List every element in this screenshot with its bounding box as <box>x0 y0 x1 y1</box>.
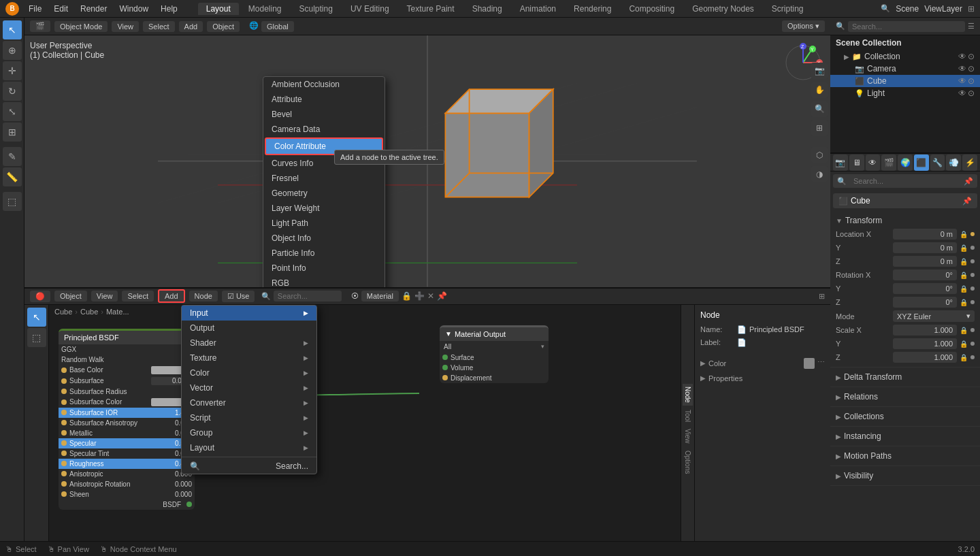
scale-y-value[interactable]: 1.000 <box>893 338 957 349</box>
menu-window[interactable]: Window <box>114 3 154 15</box>
menu-item-particle-info[interactable]: Particle Info <box>263 246 385 261</box>
submenu-output[interactable]: Output <box>182 321 316 336</box>
submenu-search[interactable]: 🔍Search... <box>182 459 316 474</box>
global-btn[interactable]: Global <box>261 21 294 32</box>
submenu-shader[interactable]: Shader <box>182 336 316 350</box>
prop-icon-physics[interactable]: ⚡ <box>962 154 977 171</box>
material-btn[interactable]: Material <box>361 291 399 301</box>
location-z-value[interactable]: 0 m <box>893 256 957 267</box>
menu-help[interactable]: Help <box>155 3 183 15</box>
instancing-header[interactable]: ▶ Instancing <box>836 429 975 443</box>
outliner-camera[interactable]: 📷 Camera 👁 ⊙ <box>830 63 980 75</box>
tab-tool[interactable]: Tool <box>683 407 693 425</box>
visibility-header[interactable]: ▶ Visibility <box>836 469 975 483</box>
menu-item-rgb[interactable]: RGB <box>263 276 385 287</box>
tool-cursor[interactable]: ⊕ <box>3 41 22 60</box>
tool-annotate[interactable]: ✎ <box>3 147 22 166</box>
node-object-mode-btn[interactable]: Object <box>54 291 87 301</box>
prop-icon-scene[interactable]: 🎬 <box>881 154 896 171</box>
tool-box-select[interactable]: ⬚ <box>3 192 22 211</box>
submenu-color[interactable]: Color <box>182 365 316 380</box>
prop-icon-view[interactable]: 👁 <box>866 154 881 171</box>
tool-measure[interactable]: 📏 <box>3 167 22 186</box>
mode-value[interactable]: XYZ Euler ▾ <box>893 310 975 322</box>
menu-item-layer-weight[interactable]: Layer Weight <box>263 201 385 216</box>
node-tool-select[interactable]: ↖ <box>27 308 46 327</box>
submenu-layout[interactable]: Layout <box>182 440 316 455</box>
submenu-input[interactable]: Input ▶ <box>182 306 316 321</box>
view-btn[interactable]: View <box>112 21 139 32</box>
hand-icon[interactable]: ✋ <box>811 82 828 98</box>
props-search-input[interactable] <box>849 176 964 186</box>
menu-item-light-path[interactable]: Light Path <box>263 216 385 231</box>
tab-texture-paint[interactable]: Texture Paint <box>399 3 463 15</box>
menu-item-fresnel[interactable]: Fresnel <box>263 171 385 186</box>
zoom-icon[interactable]: 🔍 <box>811 101 828 117</box>
tab-uv-editing[interactable]: UV Editing <box>342 3 397 15</box>
tab-options[interactable]: Options <box>683 448 693 476</box>
submenu-group[interactable]: Group <box>182 425 316 440</box>
menu-item-camera-data[interactable]: Camera Data <box>263 122 385 137</box>
submenu-vector[interactable]: Vector <box>182 380 316 395</box>
rotation-z-value[interactable]: 0° <box>893 297 957 308</box>
prop-icon-object[interactable]: ⬛ <box>914 154 929 171</box>
tool-select[interactable]: ↖ <box>3 20 22 39</box>
tab-geometry-nodes[interactable]: Geometry Nodes <box>684 3 762 15</box>
relations-header[interactable]: ▶ Relations <box>836 390 975 404</box>
menu-item-attribute[interactable]: Attribute <box>263 92 385 107</box>
object-mode-btn[interactable]: Object Mode <box>54 21 108 32</box>
breadcrumb-cube1[interactable]: Cube <box>54 308 72 316</box>
collections-header[interactable]: ▶ Collections <box>836 410 975 423</box>
node-select-btn[interactable]: Select <box>122 291 154 301</box>
location-x-value[interactable]: 0 m <box>893 229 957 240</box>
outliner-cube[interactable]: ⬛ Cube 👁 ⊙ <box>830 75 980 87</box>
menu-item-ambient-occlusion[interactable]: Ambient Occlusion <box>263 77 385 92</box>
tool-rotate[interactable]: ↻ <box>3 82 22 101</box>
transform-header[interactable]: ▼ Transform <box>836 214 975 227</box>
tab-sculpting[interactable]: Sculpting <box>291 3 341 15</box>
add-btn[interactable]: Add <box>179 21 203 32</box>
prop-icon-render[interactable]: 📷 <box>833 154 848 171</box>
breadcrumb-cube2[interactable]: Cube <box>80 308 98 316</box>
menu-item-point-info[interactable]: Point Info <box>263 261 385 276</box>
options-btn[interactable]: Options ▾ <box>782 20 825 32</box>
node-tool-box[interactable]: ⬚ <box>27 328 46 347</box>
tab-rendering[interactable]: Rendering <box>566 3 619 15</box>
submenu-script[interactable]: Script <box>182 410 316 425</box>
grid-icon[interactable]: ⊞ <box>811 120 828 136</box>
node-search-input[interactable] <box>274 291 342 301</box>
prop-icon-particles[interactable]: 💨 <box>946 154 961 171</box>
tab-compositing[interactable]: Compositing <box>621 3 683 15</box>
tool-move[interactable]: ✛ <box>3 61 22 80</box>
tool-scale[interactable]: ⤡ <box>3 102 22 121</box>
submenu-converter[interactable]: Converter <box>182 395 316 410</box>
overlay-icon[interactable]: ⬡ <box>811 147 828 163</box>
properties-section-header[interactable]: ▶ Properties <box>700 373 825 384</box>
node-editor-type-btn[interactable]: 🔴 <box>30 291 50 302</box>
tab-modeling[interactable]: Modeling <box>240 3 290 15</box>
rotation-x-value[interactable]: 0° <box>893 269 957 280</box>
node-view-btn[interactable]: View <box>91 291 118 301</box>
select-btn[interactable]: Select <box>143 21 175 32</box>
motion-paths-header[interactable]: ▶ Motion Paths <box>836 449 975 463</box>
rotation-y-value[interactable]: 0° <box>893 283 957 294</box>
viewport-shading-icon[interactable]: ◑ <box>811 166 828 182</box>
scale-z-value[interactable]: 1.000 <box>893 352 957 363</box>
location-x-lock[interactable]: 🔒 <box>960 231 968 238</box>
location-y-value[interactable]: 0 m <box>893 242 957 253</box>
outliner-search[interactable] <box>848 21 965 32</box>
object-name-field[interactable]: ⬛ Cube 📌 <box>833 193 977 208</box>
node-add-btn[interactable]: Add <box>158 289 185 303</box>
breadcrumb-material[interactable]: Mate... <box>106 308 129 316</box>
menu-edit[interactable]: Edit <box>48 3 74 15</box>
tab-layout[interactable]: Layout <box>198 3 239 15</box>
node-node-btn[interactable]: Node <box>189 291 218 301</box>
prop-icon-output[interactable]: 🖥 <box>849 154 864 171</box>
menu-item-bevel[interactable]: Bevel <box>263 107 385 122</box>
tab-node[interactable]: Node <box>683 384 693 406</box>
object-btn[interactable]: Object <box>207 21 240 32</box>
menu-file[interactable]: File <box>23 3 47 15</box>
editor-type-btn[interactable]: 🎬 <box>30 20 50 32</box>
tab-view[interactable]: View <box>683 426 693 446</box>
tab-scripting[interactable]: Scripting <box>764 3 812 15</box>
